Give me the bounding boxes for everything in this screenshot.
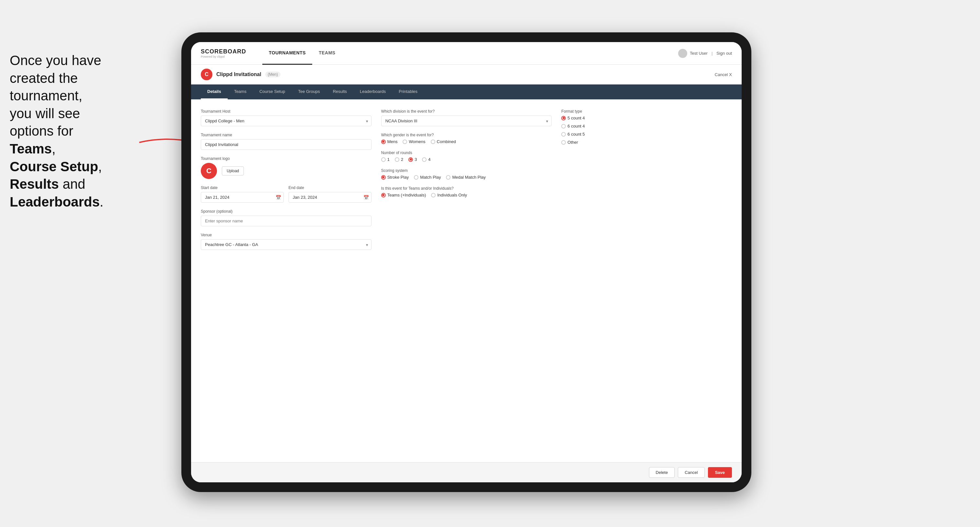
save-button[interactable]: Save	[708, 467, 732, 478]
scoring-stroke-play-radio[interactable]	[381, 175, 386, 179]
gender-combined[interactable]: Combined	[431, 139, 456, 144]
tabs-bar: Details Teams Course Setup Tee Groups Re…	[191, 84, 741, 99]
gender-radio-group: Mens Womens Combined	[381, 139, 552, 144]
instruction-line4: you will see	[10, 106, 80, 121]
scoring-radio-group: Stroke Play Match Play Medal Match Play	[381, 175, 552, 179]
upload-logo-button[interactable]: Upload	[222, 167, 244, 175]
rounds-4-radio[interactable]	[422, 157, 426, 162]
gender-womens-radio[interactable]	[402, 140, 407, 144]
end-date-input[interactable]	[288, 192, 371, 203]
format-6count4-radio[interactable]	[561, 124, 566, 129]
format-type-group: Format type 5 count 4 6 count 4	[561, 109, 732, 145]
format-5count4-radio[interactable]	[561, 116, 566, 121]
teams-plus-individuals[interactable]: Teams (+Individuals)	[381, 193, 426, 197]
division-label: Which division is the event for?	[381, 109, 552, 114]
logo-sub: Powered by clippd	[201, 55, 246, 58]
tab-course-setup[interactable]: Course Setup	[253, 84, 292, 99]
format-other-radio[interactable]	[561, 140, 566, 145]
scoring-medal-match-play[interactable]: Medal Match Play	[446, 175, 485, 179]
sponsor-input[interactable]	[201, 216, 371, 226]
teams-plus-individuals-radio[interactable]	[381, 193, 386, 197]
gender-mens-radio[interactable]	[381, 140, 386, 144]
nav-teams[interactable]: TEAMS	[312, 42, 342, 65]
rounds-3-radio[interactable]	[408, 157, 413, 162]
scoring-medal-match-play-radio[interactable]	[446, 175, 450, 179]
format-6count5[interactable]: 6 count 5	[561, 132, 732, 137]
gender-womens[interactable]: Womens	[402, 139, 425, 144]
form-main: Tournament Host Clippd College - Men Tou…	[191, 99, 741, 462]
tab-leaderboards[interactable]: Leaderboards	[353, 84, 392, 99]
venue-label: Venue	[201, 233, 371, 237]
instruction-teams: Teams	[10, 141, 52, 156]
dates-group: Start date 📅 End date 📅	[201, 186, 371, 203]
rounds-2[interactable]: 2	[395, 157, 403, 162]
instruction-text: Once you have created the tournament, yo…	[0, 45, 149, 217]
top-nav-user: Test User | Sign out	[678, 49, 732, 58]
venue-select-wrapper: Peachtree GC - Atlanta - GA	[201, 239, 371, 250]
gender-combined-radio[interactable]	[431, 140, 435, 144]
instruction-line2: created the	[10, 71, 78, 86]
tournament-host-select[interactable]: Clippd College - Men	[201, 116, 371, 126]
tab-tee-groups[interactable]: Tee Groups	[291, 84, 326, 99]
format-type-options: 5 count 4 6 count 4 6 count 5	[561, 116, 732, 145]
logo-preview-icon: C	[201, 163, 217, 179]
rounds-2-radio[interactable]	[395, 157, 399, 162]
format-5count4[interactable]: 5 count 4	[561, 116, 732, 121]
rounds-4[interactable]: 4	[422, 157, 430, 162]
instruction-line5: options for	[10, 123, 73, 138]
top-nav-links: TOURNAMENTS TEAMS	[262, 42, 678, 65]
instruction-line3: tournament,	[10, 88, 82, 103]
calendar-icon-end: 📅	[363, 195, 369, 200]
venue-select[interactable]: Peachtree GC - Atlanta - GA	[201, 239, 371, 250]
rounds-group: Number of rounds 1 2	[381, 151, 552, 162]
division-select-wrapper: NCAA Division III	[381, 116, 552, 126]
scoring-match-play-radio[interactable]	[414, 175, 418, 179]
tab-details[interactable]: Details	[201, 84, 228, 99]
tournament-name: Clippd Invitational	[216, 71, 261, 77]
cancel-button[interactable]: Cancel	[678, 467, 705, 478]
teams-individuals-label: Is this event for Teams and/or Individua…	[381, 186, 552, 190]
top-nav: SCOREBOARD Powered by clippd TOURNAMENTS…	[191, 42, 741, 65]
user-avatar	[678, 49, 687, 58]
format-type-label: Format type	[561, 109, 732, 114]
logo-text: SCOREBOARD	[201, 48, 246, 55]
rounds-1[interactable]: 1	[381, 157, 390, 162]
tab-teams[interactable]: Teams	[228, 84, 253, 99]
scoring-group: Scoring system Stroke Play Match Play	[381, 168, 552, 179]
tournament-logo-group: Tournament logo C Upload	[201, 156, 371, 179]
start-date-input[interactable]	[201, 192, 284, 203]
gender-mens[interactable]: Mens	[381, 139, 398, 144]
rounds-3[interactable]: 3	[408, 157, 417, 162]
form-col-2: Which division is the event for? NCAA Di…	[381, 109, 552, 256]
individuals-only-radio[interactable]	[431, 193, 436, 197]
form-columns: Tournament Host Clippd College - Men Tou…	[201, 109, 732, 256]
nav-tournaments[interactable]: TOURNAMENTS	[262, 42, 312, 65]
end-date-group: End date 📅	[288, 186, 371, 203]
scoring-match-play[interactable]: Match Play	[414, 175, 441, 179]
format-6count5-radio[interactable]	[561, 132, 566, 137]
delete-button[interactable]: Delete	[649, 467, 675, 478]
tournament-name-input[interactable]	[201, 139, 371, 150]
tournament-logo-icon: C	[201, 68, 212, 80]
cancel-top-button[interactable]: Cancel X	[715, 72, 732, 77]
division-select[interactable]: NCAA Division III	[381, 116, 552, 126]
tournament-name-label: Tournament name	[201, 133, 371, 137]
tournament-badge: (Men)	[265, 71, 280, 77]
bottom-bar: Delete Cancel Save	[191, 462, 741, 483]
format-6count4[interactable]: 6 count 4	[561, 124, 732, 129]
tab-printables[interactable]: Printables	[392, 84, 424, 99]
division-group: Which division is the event for? NCAA Di…	[381, 109, 552, 126]
individuals-only[interactable]: Individuals Only	[431, 193, 467, 197]
scoring-stroke-play[interactable]: Stroke Play	[381, 175, 409, 179]
venue-group: Venue Peachtree GC - Atlanta - GA	[201, 233, 371, 250]
rounds-radio-group: 1 2 3 4	[381, 157, 552, 162]
start-date-group: Start date 📅	[201, 186, 284, 203]
tab-results[interactable]: Results	[326, 84, 353, 99]
tablet-screen: SCOREBOARD Powered by clippd TOURNAMENTS…	[191, 42, 741, 483]
instruction-results: Results	[10, 176, 59, 192]
tournament-host-label: Tournament Host	[201, 109, 371, 114]
date-row: Start date 📅 End date 📅	[201, 186, 371, 203]
rounds-1-radio[interactable]	[381, 157, 386, 162]
sign-out-link[interactable]: Sign out	[716, 51, 732, 56]
format-other[interactable]: Other	[561, 140, 732, 145]
